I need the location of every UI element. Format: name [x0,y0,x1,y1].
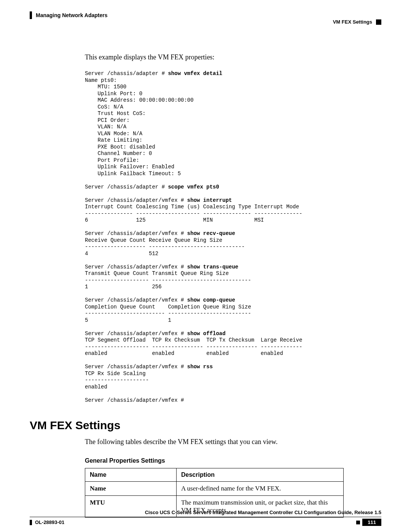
footer-page-number: 111 [362,519,381,526]
table-row: Name A user-defined name for the VM FEX. [85,482,344,496]
header-bar-icon [30,11,32,19]
footer-doc-id-text: OL-28893-01 [35,519,64,525]
page-footer: Cisco UCS C-Series Servers Integrated Ma… [30,510,381,526]
main-content: This example displays the VM FEX propert… [85,53,381,404]
header-marker-icon [376,19,381,25]
cell-desc: A user-defined name for the VM FEX. [177,482,344,496]
section-heading: VM FEX Settings [30,419,381,432]
footer-page-wrap: 111 [356,519,381,526]
header-left: Managing Network Adapters [30,11,108,19]
header-right: VM FEX Settings [333,19,381,25]
section-intro: The following tables describe the VM FEX… [85,438,381,446]
section-title-header: VM FEX Settings [333,19,372,25]
footer-bar-icon [30,520,32,525]
document-page: Managing Network Adapters VM FEX Setting… [0,0,411,532]
footer-row: OL-28893-01 111 [30,517,381,526]
intro-text: This example displays the VM FEX propert… [85,53,381,61]
col-header-desc: Description [177,468,344,482]
table-subheading: General Properties Settings [85,457,381,464]
chapter-title: Managing Network Adapters [36,12,108,18]
col-header-name: Name [85,468,177,482]
cell-name: Name [85,482,177,496]
table-header-row: Name Description [85,468,344,482]
footer-doc-id: OL-28893-01 [30,519,64,525]
footer-doc-title: Cisco UCS C-Series Servers Integrated Ma… [30,510,381,515]
footer-tick-icon [356,521,360,524]
cli-output: Server /chassis/adapter # show vmfex det… [85,70,381,404]
